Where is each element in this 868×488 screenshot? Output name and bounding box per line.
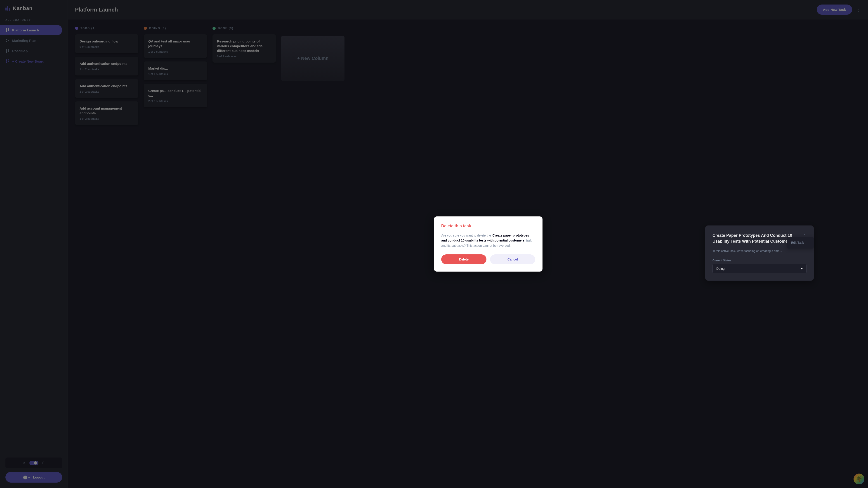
status-value: Doing (716, 267, 725, 270)
delete-modal: Delete this task Are you sure you want t… (434, 217, 542, 271)
overlay: Create Paper Prototypes And Conduct 10 U… (0, 0, 868, 488)
delete-confirm-button[interactable]: Delete (441, 254, 487, 264)
current-status-label: Current Status (712, 259, 807, 262)
edit-task-menu-item[interactable]: Edit Task (786, 238, 814, 247)
delete-body-prefix: Are you sure you want to delete the ' (441, 234, 493, 237)
delete-modal-body: Are you sure you want to delete the 'Cre… (441, 233, 535, 248)
task-detail-modal: Create Paper Prototypes And Conduct 10 U… (705, 225, 814, 281)
context-menu: Edit Task (786, 237, 814, 249)
delete-modal-actions: Delete Cancel (441, 254, 535, 264)
delete-modal-title: Delete this task (441, 224, 535, 228)
status-select[interactable]: Doing ▾ (712, 264, 807, 273)
task-modal-description: In this active task, we're focusing on c… (712, 249, 807, 254)
delete-cancel-button[interactable]: Cancel (490, 254, 535, 264)
chevron-down-icon: ▾ (801, 267, 803, 270)
